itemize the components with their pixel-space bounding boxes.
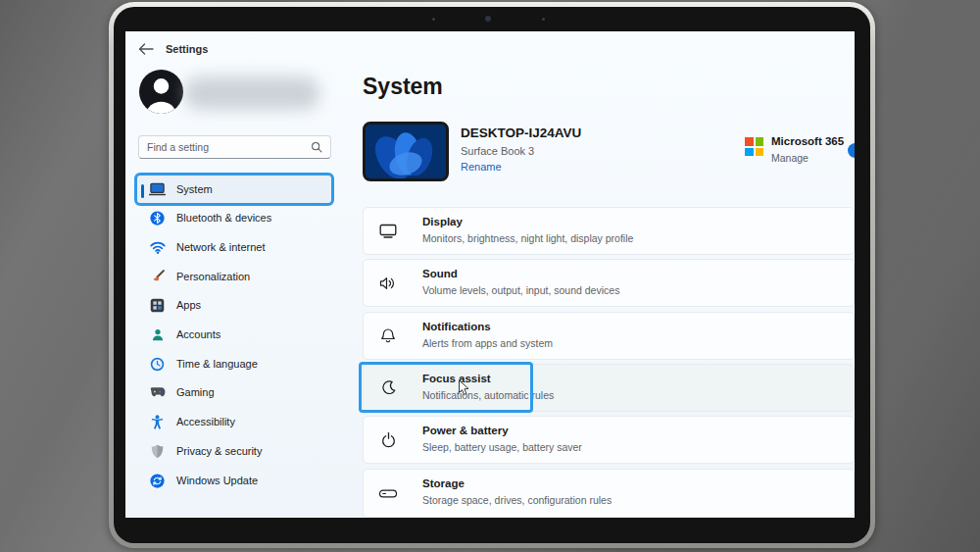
setting-row-focus-assist[interactable]: Focus assist Notifications, automatic ru… [363, 364, 855, 412]
setting-row-subtitle: Notifications, automatic rules [422, 389, 554, 401]
setting-row-subtitle: Alerts from apps and system [422, 337, 553, 349]
sidebar-item-label: Accounts [176, 328, 220, 340]
search-input[interactable]: Find a setting [138, 135, 331, 159]
sidebar-item-time-language[interactable]: Time & language [136, 349, 332, 378]
ms-logo-green-square [756, 137, 764, 146]
setting-row-title: Display [422, 216, 463, 227]
accessibility-icon [149, 414, 166, 430]
system-icon [149, 181, 166, 198]
sidebar-item-network-internet[interactable]: Network & internet [136, 232, 332, 262]
search-placeholder: Find a setting [147, 141, 311, 153]
setting-row-subtitle: Storage space, drives, configuration rul… [422, 494, 612, 506]
sidebar-item-label: Bluetooth & devices [176, 212, 271, 224]
sidebar-item-accessibility[interactable]: Accessibility [136, 407, 332, 436]
sensor-dot [432, 18, 435, 21]
sidebar-item-personalization[interactable]: Personalization [136, 262, 332, 291]
sidebar-item-label: Accessibility [176, 416, 235, 427]
desktop-background: Settings Find a setting [0, 0, 980, 552]
rename-link[interactable]: Rename [461, 161, 502, 173]
setting-row-title: Notifications [422, 321, 491, 332]
network-icon [149, 239, 166, 256]
power-icon [377, 430, 399, 450]
user-name-blurred [184, 76, 319, 110]
sidebar-item-label: Apps [176, 299, 201, 311]
setting-row-display[interactable]: Display Monitors, brightness, night ligh… [363, 207, 855, 255]
sidebar-item-label: Time & language [176, 358, 258, 370]
sidebar-item-apps[interactable]: Apps [136, 290, 332, 320]
page-title: System [363, 74, 443, 100]
privacy-security-icon [149, 443, 166, 460]
sensor-dot [542, 18, 545, 21]
sidebar-item-system[interactable]: System [136, 175, 332, 204]
time-language-icon [149, 356, 166, 373]
sidebar-item-label: Gaming [176, 386, 215, 398]
ms-logo-yellow-square [756, 148, 764, 157]
bluetooth-icon [149, 210, 166, 226]
sound-icon [377, 274, 399, 293]
sidebar-item-accounts[interactable]: Accounts [136, 320, 332, 349]
setting-row-subtitle: Volume levels, output, input, sound devi… [422, 284, 619, 296]
setting-row-title: Sound [422, 268, 458, 279]
app-title: Settings [166, 43, 208, 55]
sidebar-item-label: Windows Update [176, 475, 258, 486]
apps-icon [149, 297, 166, 314]
sidebar-item-label: Privacy & security [176, 445, 262, 457]
sidebar-item-label: Network & internet [176, 241, 265, 253]
setting-row-storage[interactable]: Storage Storage space, drives, configura… [363, 469, 855, 518]
sidebar-item-gaming[interactable]: Gaming [136, 377, 332, 407]
storage-icon [377, 483, 399, 503]
back-button[interactable] [138, 42, 154, 56]
gaming-icon [149, 384, 166, 401]
sidebar-item-windows-update[interactable]: Windows Update [136, 466, 332, 495]
camera-icon [485, 16, 491, 22]
microsoft-logo [745, 137, 763, 156]
ms-logo-blue-square [745, 148, 754, 157]
device-model: Surface Book 3 [461, 145, 534, 157]
setting-row-notifications[interactable]: Notifications Alerts from apps and syste… [363, 312, 855, 360]
display-icon [377, 222, 399, 241]
sidebar-item-label: Personalization [176, 271, 250, 282]
setting-row-sound[interactable]: Sound Volume levels, output, input, soun… [363, 259, 855, 307]
accounts-icon [149, 326, 166, 343]
setting-row-title: Focus assist [422, 373, 491, 384]
setting-row-power-battery[interactable]: Power & battery Sleep, battery usage, ba… [363, 416, 855, 464]
windows-update-icon [149, 473, 166, 489]
ms-logo-red-square [745, 137, 754, 146]
focus-assist-icon [377, 378, 399, 398]
setting-row-title: Storage [422, 477, 465, 489]
avatar[interactable] [139, 70, 183, 114]
sidebar-item-bluetooth-devices[interactable]: Bluetooth & devices [136, 203, 332, 232]
notifications-icon [377, 326, 399, 346]
device-name: DESKTOP-IJ24AVU [461, 125, 581, 140]
setting-row-subtitle: Monitors, brightness, night light, displ… [422, 232, 633, 244]
settings-window: Settings Find a setting [125, 31, 855, 518]
personalization-icon [149, 269, 166, 285]
setting-row-subtitle: Sleep, battery usage, battery saver [422, 441, 582, 453]
sidebar-item-privacy-security[interactable]: Privacy & security [136, 436, 332, 466]
back-arrow-icon [138, 42, 154, 56]
manage-link[interactable]: Manage [771, 152, 808, 164]
setting-row-title: Power & battery [422, 425, 509, 436]
microsoft-365-label: Microsoft 365 [771, 135, 844, 147]
device-thumbnail [363, 122, 449, 181]
sidebar-item-label: System [176, 183, 213, 195]
search-icon [311, 141, 322, 153]
onedrive-icon [848, 143, 855, 158]
